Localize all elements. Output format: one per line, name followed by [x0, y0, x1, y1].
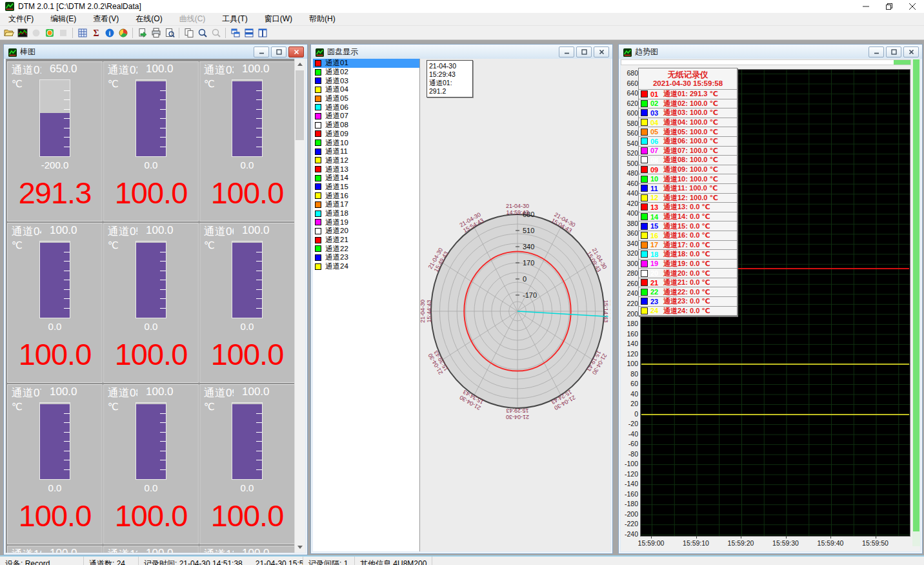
maximize-button[interactable] — [878, 0, 901, 13]
y-axis-label: 580 — [621, 119, 638, 127]
gauge-tick — [64, 451, 70, 451]
legend-text: 通道10: 100.0 ℃ — [663, 174, 718, 183]
tile-horizontal-icon[interactable] — [242, 26, 256, 39]
channel-list-item[interactable]: 通道01 — [313, 59, 419, 68]
channel-list-item[interactable]: 通道13 — [313, 165, 419, 174]
channel-list-item[interactable]: 通道24 — [313, 262, 419, 271]
record-start-icon[interactable] — [43, 26, 56, 39]
channel-list-item[interactable]: 通道08 — [313, 121, 419, 130]
gauge-tick — [160, 469, 166, 470]
channel-list-item[interactable]: 通道16 — [313, 191, 419, 200]
minimize-button[interactable] — [854, 0, 878, 13]
legend-row: 23通道23: 0.0 ℃ — [639, 297, 737, 307]
open-file-icon[interactable] — [2, 26, 15, 39]
menu-item[interactable]: 工具(T) — [214, 12, 256, 26]
menu-item[interactable]: 编辑(E) — [42, 12, 85, 26]
channel-list-item[interactable]: 通道10 — [313, 138, 419, 147]
scrollbar-thumb[interactable] — [296, 70, 304, 140]
channel-list-item[interactable]: 通道12 — [313, 156, 419, 165]
gauge-min-label: 0.0 — [19, 321, 90, 332]
legend-channel-number: 22 — [650, 288, 663, 296]
disc-close-button[interactable] — [594, 46, 609, 57]
app-title-bar[interactable]: DTM 2.0.1 [C:\DTM 2.0.2\RealData] — [0, 0, 924, 13]
gauge-bar-fill — [136, 404, 166, 479]
gauge-tick — [160, 128, 166, 128]
disc-window-title-bar[interactable]: 圆盘显示 — [311, 45, 612, 59]
channel-list-item[interactable]: 通道22 — [313, 244, 419, 253]
svg-text:510: 510 — [523, 227, 534, 234]
tile-vertical-icon[interactable] — [256, 26, 269, 39]
trend-window-title-bar[interactable]: 趋势图 — [619, 45, 922, 59]
y-axis-label: 680 — [621, 69, 638, 77]
bar-vertical-scrollbar[interactable] — [294, 59, 305, 553]
legend-row: 04通道04: 100.0 ℃ — [639, 118, 737, 128]
gauge-unit: ℃ — [12, 401, 23, 413]
channel-list-item[interactable]: 通道20 — [313, 227, 419, 236]
trend-horizontal-scrollbar[interactable] — [621, 59, 911, 65]
gauge-tick — [160, 308, 166, 309]
menu-item[interactable]: 在线(O) — [127, 12, 170, 26]
channel-list-item[interactable]: 通道11 — [313, 147, 419, 156]
statistics-icon[interactable]: Σ — [89, 26, 103, 39]
realtime-chart-icon[interactable] — [15, 26, 29, 39]
copy-icon[interactable] — [182, 26, 196, 39]
gauge-tick — [160, 432, 166, 433]
legend-channel-number: 04 — [650, 119, 663, 127]
channel-list-item[interactable]: 通道19 — [313, 218, 419, 227]
close-button[interactable] — [901, 0, 924, 13]
gauge-channel-name: 通道06 — [204, 224, 234, 239]
menu-bar: 文件(F)编辑(E)查看(V)在线(O)曲线(C)工具(T)窗口(W)帮助(H) — [0, 13, 924, 25]
trend-vertical-scrollbar[interactable] — [912, 59, 920, 546]
channel-list-item[interactable]: 通道04 — [313, 85, 419, 94]
pie-chart-icon[interactable] — [116, 26, 130, 39]
x-axis-tick — [651, 536, 652, 539]
channel-list-item[interactable]: 通道14 — [313, 174, 419, 183]
bar-window-title-bar[interactable]: 棒图 — [4, 45, 307, 59]
zoom-icon[interactable] — [196, 26, 209, 39]
bar-maximize-button[interactable] — [271, 46, 286, 57]
channel-list-item[interactable]: 通道02 — [313, 68, 419, 77]
trend-close-button[interactable] — [903, 46, 919, 57]
scrollbar-thumb[interactable] — [892, 60, 910, 65]
legend-text: 通道07: 100.0 ℃ — [663, 147, 718, 156]
export-icon[interactable] — [136, 26, 149, 39]
gauge-tick — [256, 469, 262, 470]
gauge-min-label: -200.0 — [19, 159, 90, 170]
channel-list-item[interactable]: 通道18 — [313, 209, 419, 218]
gauge-unit: ℃ — [12, 240, 23, 251]
channel-list-item[interactable]: 通道21 — [313, 236, 419, 245]
print-icon[interactable] — [149, 26, 163, 39]
cascade-windows-icon[interactable] — [228, 26, 242, 39]
disc-minimize-button[interactable] — [559, 46, 574, 57]
info-icon[interactable]: i — [103, 26, 116, 39]
bar-close-button[interactable] — [288, 46, 304, 57]
menu-item[interactable]: 帮助(H) — [301, 12, 344, 26]
channel-list-item[interactable]: 通道03 — [313, 76, 419, 85]
gauge-value: 100.0 — [200, 498, 294, 533]
channel-list-item[interactable]: 通道15 — [313, 183, 419, 192]
print-preview-icon[interactable] — [163, 26, 176, 39]
disc-maximize-button[interactable] — [576, 46, 592, 57]
bar-minimize-button[interactable] — [254, 46, 269, 57]
data-table-icon[interactable] — [75, 26, 89, 39]
gauge-tick — [64, 261, 70, 262]
menu-item[interactable]: 文件(F) — [0, 12, 42, 26]
channel-color-swatch — [315, 130, 321, 137]
channel-list-item[interactable]: 通道07 — [313, 112, 419, 121]
trend-minimize-button[interactable] — [869, 46, 884, 57]
channel-list-item[interactable]: 通道09 — [313, 130, 419, 139]
channel-list-item[interactable]: 通道17 — [313, 200, 419, 209]
channel-list-item[interactable]: 通道06 — [313, 103, 419, 112]
trend-legend: 无纸记录仪 2021-04-30 15:59:58 01通道01: 291.3 … — [638, 68, 738, 316]
channel-list-item[interactable]: 通道05 — [313, 94, 419, 103]
menu-item[interactable]: 查看(V) — [85, 12, 127, 26]
tooltip-value: 通道01: 291.2 — [429, 79, 470, 96]
scrollbar-thumb[interactable] — [913, 59, 919, 531]
y-axis-label: 20 — [621, 400, 638, 407]
channel-list-item[interactable]: 通道23 — [313, 253, 419, 262]
menu-item[interactable]: 窗口(W) — [256, 12, 301, 26]
scroll-down-arrow-icon[interactable] — [295, 542, 305, 552]
trend-maximize-button[interactable] — [886, 46, 901, 57]
gauge-tick — [64, 90, 70, 91]
scroll-up-arrow-icon[interactable] — [295, 59, 305, 69]
